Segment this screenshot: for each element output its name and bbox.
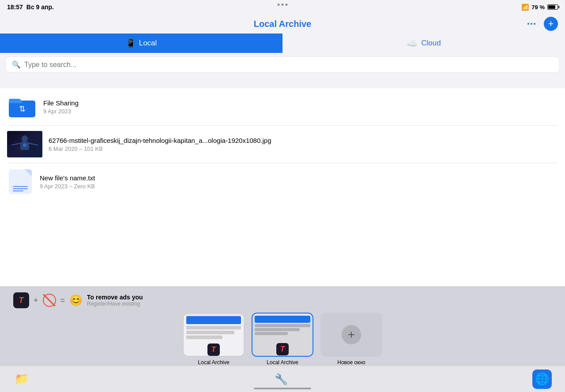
search-container: 🔍 [0, 53, 565, 76]
no-ads-icon [43, 294, 56, 307]
tab-bar: 📱 Local ☁️ Cloud [0, 34, 565, 53]
page-title: Local Archive [254, 19, 311, 29]
add-icon: + [548, 19, 554, 29]
file-meta: 9 Apr 2023 [43, 108, 558, 115]
svg-point-7 [23, 143, 26, 147]
card-label-1: Local Archive [198, 359, 229, 366]
cloud-icon: ☁️ [407, 38, 418, 49]
dock-wrench-icon: 🔧 [273, 371, 290, 388]
ad-banner: T + = 😊 To remove ads you Register/Have … [0, 286, 565, 313]
file-list: ⇅ File Sharing 9 Apr 2023 [0, 88, 565, 200]
ad-text: To remove ads you Register/Have existing [87, 294, 552, 307]
tab-local-label: Local [139, 39, 157, 48]
file-name: New file's name.txt [40, 174, 558, 183]
app-icon-t-ad: T [13, 292, 29, 308]
file-info-image: 62766-mstitel-graficeskij_dizajn-tehnolo… [49, 136, 558, 153]
header-area: 18:57 Вс 9 апр. 📶 79 % Local Archive [0, 0, 565, 76]
file-meta: 6 Mar 2020 – 101 KB [49, 146, 558, 152]
equals-symbol: = [60, 296, 65, 305]
ad-title: To remove ads you [87, 294, 552, 301]
bottom-overlay: T + = 😊 To remove ads you Register/Have … [0, 286, 565, 392]
tab-cloud-label: Cloud [421, 39, 441, 48]
tab-cloud[interactable]: ☁️ Cloud [282, 34, 565, 53]
dock-item-settings[interactable]: 🔧 [273, 371, 290, 388]
file-item-image[interactable]: 62766-mstitel-graficeskij_dizajn-tehnolo… [7, 126, 558, 163]
new-window-plus-icon: + [342, 325, 361, 344]
title-bar: Local Archive + [0, 14, 565, 34]
svg-point-3 [22, 135, 28, 142]
card-preview-2: T [252, 316, 313, 357]
phone-icon: 📱 [126, 38, 136, 48]
dock-globe-button[interactable]: 🌐 [532, 370, 552, 389]
dock-item-files[interactable]: 📁 [13, 371, 30, 388]
tab-local[interactable]: 📱 Local [0, 34, 282, 53]
image-thumbnail [7, 131, 42, 157]
date-display: Вс 9 апр. [26, 4, 54, 11]
title-actions: + [524, 17, 558, 31]
three-dots-decoration [278, 4, 288, 6]
add-button[interactable]: + [544, 17, 558, 31]
status-left: 18:57 Вс 9 апр. [7, 4, 54, 11]
svg-text:⇅: ⇅ [19, 105, 26, 113]
card-thumb-2: T [252, 313, 313, 357]
text-file-icon [7, 168, 34, 195]
more-options-button[interactable] [524, 17, 539, 31]
wifi-icon: 📶 [521, 4, 529, 11]
new-window-card[interactable]: + Новое окно [320, 313, 382, 366]
time-display: 18:57 [7, 4, 23, 11]
search-bar: 🔍 [5, 56, 560, 73]
new-window-thumb: + [320, 313, 382, 357]
card-thumb-1: T [183, 313, 245, 357]
globe-icon: 🌐 [535, 372, 549, 386]
app-switcher: T Local Archive T Local Archive [0, 313, 565, 370]
plus-symbol: + [34, 296, 38, 305]
home-indicator [254, 388, 311, 389]
folder-icon: ⇅ [7, 93, 37, 120]
switcher-card-2[interactable]: T Local Archive [252, 313, 313, 366]
search-icon: 🔍 [12, 60, 21, 69]
smile-emoji: 😊 [69, 294, 83, 306]
new-window-label: Новое окно [337, 359, 365, 366]
ad-subtitle: Register/Have existing [87, 301, 552, 307]
card-app-icon-2: T [276, 343, 289, 355]
more-icon [527, 23, 535, 25]
card-app-icon-1: T [207, 343, 220, 356]
dock-folder-icon: 📁 [13, 371, 30, 388]
file-name: 62766-mstitel-graficeskij_dizajn-tehnolo… [49, 136, 558, 145]
search-input[interactable] [24, 61, 553, 69]
file-item-folder[interactable]: ⇅ File Sharing 9 Apr 2023 [7, 88, 558, 126]
status-right: 📶 79 % [521, 4, 558, 11]
battery-percent: 79 % [531, 4, 545, 11]
file-name: File Sharing [43, 99, 558, 108]
file-meta: 9 Apr 2023 – Zero KB [40, 183, 558, 190]
switcher-card-1[interactable]: T Local Archive [183, 313, 245, 366]
file-item-text[interactable]: New file's name.txt 9 Apr 2023 – Zero KB [7, 163, 558, 200]
file-info-folder: File Sharing 9 Apr 2023 [43, 99, 558, 115]
status-bar: 18:57 Вс 9 апр. 📶 79 % [0, 0, 565, 14]
file-info-text: New file's name.txt 9 Apr 2023 – Zero KB [40, 174, 558, 190]
battery-icon [547, 4, 558, 10]
card-label-2: Local Archive [267, 359, 298, 366]
card-preview-1: T [184, 316, 244, 357]
